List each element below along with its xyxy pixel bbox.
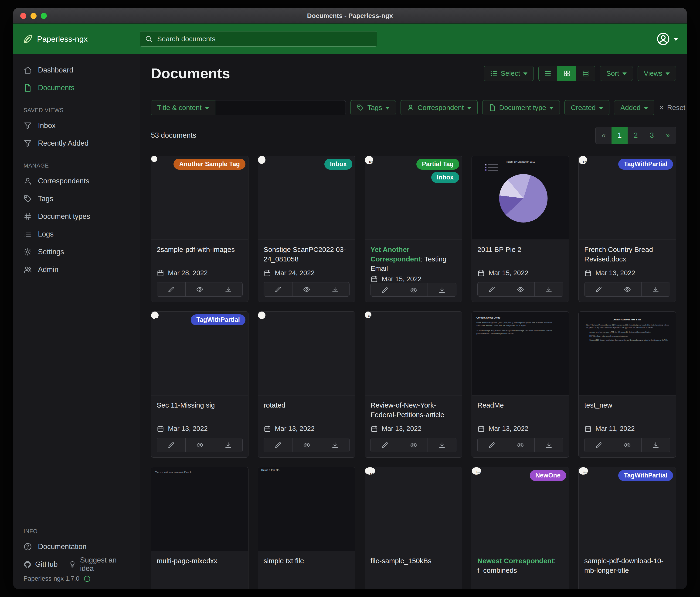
- document-thumbnail[interactable]: Contact Sheet Demo Given a set of image …: [472, 312, 569, 396]
- tag-badge[interactable]: TagWithPartial: [618, 470, 673, 481]
- close-button[interactable]: [20, 13, 26, 19]
- download-button[interactable]: [321, 438, 349, 452]
- view-button[interactable]: [185, 282, 214, 296]
- tag-badge[interactable]: Inbox: [324, 159, 352, 170]
- document-thumbnail[interactable]: This is a test file.: [258, 467, 355, 551]
- pagination-next[interactable]: »: [660, 127, 676, 144]
- views-button[interactable]: Views: [638, 66, 676, 81]
- sort-button[interactable]: Sort: [600, 66, 633, 81]
- download-button[interactable]: [428, 283, 456, 297]
- sidebar-item-admin[interactable]: Admin: [13, 261, 140, 279]
- document-title[interactable]: Sec 11-Missing sig: [157, 401, 243, 423]
- sidebar-item-github[interactable]: GitHub: [24, 555, 57, 573]
- pagination-page-1[interactable]: 1: [611, 127, 628, 144]
- download-button[interactable]: [321, 282, 349, 296]
- document-title[interactable]: sample-pdf-download-10-mb-longer-title: [584, 556, 670, 579]
- sidebar-item-documents[interactable]: Documents: [13, 79, 140, 97]
- document-type-filter-button[interactable]: Document type: [482, 100, 560, 115]
- edit-button[interactable]: [478, 438, 506, 452]
- added-filter-button[interactable]: Added: [614, 100, 654, 115]
- edit-button[interactable]: [584, 438, 613, 452]
- sidebar-item-settings[interactable]: Settings: [13, 243, 140, 261]
- view-details-button[interactable]: [576, 66, 595, 81]
- view-button[interactable]: [506, 282, 535, 296]
- pagination-page-2[interactable]: 2: [628, 127, 644, 144]
- edit-button[interactable]: [371, 283, 399, 297]
- sidebar-item-tags[interactable]: Tags: [13, 190, 140, 208]
- correspondent-filter-button[interactable]: Correspondent: [401, 100, 477, 115]
- sidebar-item-recently-added[interactable]: Recently Added: [13, 135, 140, 152]
- document-thumbnail[interactable]: Aliquam at interdum arcu, rutrum neque u…: [579, 467, 676, 551]
- brand[interactable]: Paperless-ngx: [22, 33, 140, 44]
- sidebar-item-dashboard[interactable]: Dashboard: [13, 61, 140, 79]
- document-title[interactable]: Review-of-New-York-Federal-Petitions-art…: [371, 401, 456, 423]
- document-thumbnail[interactable]: Patient BP Distribution 2011: [472, 156, 569, 240]
- reset-filters-button[interactable]: × Reset filters: [659, 103, 687, 112]
- pagination-prev[interactable]: «: [596, 127, 612, 144]
- created-filter-button[interactable]: Created: [565, 100, 609, 115]
- sidebar-item-correspondents[interactable]: Correspondents: [13, 172, 140, 190]
- tag-badge[interactable]: NewOne: [530, 470, 566, 481]
- sidebar-item-document-types[interactable]: Document types: [13, 208, 140, 225]
- user-menu[interactable]: [656, 32, 678, 46]
- sidebar-item-inbox[interactable]: Inbox: [13, 117, 140, 135]
- download-button[interactable]: [214, 282, 243, 296]
- minimize-button[interactable]: [30, 13, 36, 19]
- download-button[interactable]: [641, 438, 670, 452]
- search-input[interactable]: [140, 31, 377, 47]
- document-title[interactable]: French Country Bread Revised.docx: [584, 245, 670, 267]
- document-title[interactable]: simple txt file: [264, 556, 350, 579]
- title-content-filter-input[interactable]: [216, 100, 346, 115]
- document-title[interactable]: rotated: [264, 401, 350, 423]
- tag-badge[interactable]: Inbox: [431, 172, 459, 183]
- document-thumbnail[interactable]: This is a multi page document. Page 1.: [151, 467, 248, 551]
- document-thumbnail[interactable]: Adobe Acrobat PDF Files Adobe® Portable …: [579, 312, 676, 396]
- tag-badge[interactable]: Another Sample Tag: [174, 159, 246, 170]
- view-button[interactable]: [399, 283, 428, 297]
- document-title[interactable]: Yet Another Correspondent: Testing Email: [371, 245, 456, 273]
- select-button[interactable]: Select: [484, 66, 534, 81]
- view-button[interactable]: [185, 438, 214, 452]
- download-button[interactable]: [214, 438, 243, 452]
- document-thumbnail[interactable]: Lorem ipsum Lorem ipsum dolor sit amet, …: [365, 467, 462, 551]
- download-button[interactable]: [534, 438, 563, 452]
- sidebar-item-documentation[interactable]: Documentation: [13, 538, 140, 555]
- sidebar-item-suggest-idea[interactable]: Suggest an idea: [69, 555, 130, 573]
- view-list-button[interactable]: [539, 66, 557, 81]
- document-thumbnail[interactable]: This is a test for the double space char…: [258, 156, 355, 240]
- document-title[interactable]: Sonstige ScanPC2022 03-24_081058: [264, 245, 350, 267]
- view-button[interactable]: [506, 438, 535, 452]
- document-title[interactable]: 2011 BP Pie 2: [477, 245, 563, 267]
- view-button[interactable]: [292, 282, 321, 296]
- document-title[interactable]: file-sample_150kBs: [371, 556, 456, 579]
- document-title[interactable]: ReadMe: [477, 401, 563, 423]
- tags-filter-button[interactable]: Tags: [350, 100, 396, 115]
- document-title[interactable]: 2sample-pdf-with-images: [157, 245, 243, 267]
- zoom-button[interactable]: [41, 13, 47, 19]
- title-content-filter-button[interactable]: Title & content: [151, 100, 216, 115]
- tag-badge[interactable]: TagWithPartial: [191, 314, 246, 325]
- document-title[interactable]: multi-page-mixedxx: [157, 556, 243, 579]
- download-button[interactable]: [534, 282, 563, 296]
- view-button[interactable]: [613, 438, 642, 452]
- document-thumbnail[interactable]: This is the text that appears on the fir…: [258, 312, 355, 396]
- document-thumbnail[interactable]: Lorem ipsum dolor sit amet, consectetur …: [151, 156, 248, 240]
- view-button[interactable]: [399, 438, 428, 452]
- edit-button[interactable]: [264, 282, 292, 296]
- view-grid-button[interactable]: [557, 66, 576, 81]
- edit-button[interactable]: [264, 438, 292, 452]
- edit-button[interactable]: [371, 438, 399, 452]
- view-button[interactable]: [292, 438, 321, 452]
- download-button[interactable]: [428, 438, 456, 452]
- document-thumbnail[interactable]: French Country Bread For the Leaven: Lor…: [579, 156, 676, 240]
- document-thumbnail[interactable]: Review of New York Federal Petitions for…: [365, 312, 462, 396]
- edit-button[interactable]: [584, 282, 613, 296]
- edit-button[interactable]: [157, 282, 185, 296]
- document-title[interactable]: test_new: [584, 401, 670, 423]
- sidebar-item-logs[interactable]: Logs: [13, 225, 140, 243]
- edit-button[interactable]: [478, 282, 506, 296]
- pagination-page-3[interactable]: 3: [644, 127, 660, 144]
- document-title[interactable]: Newest Correspondent: f_combineds: [477, 556, 563, 579]
- document-thumbnail[interactable]: Lorem ipsum dolor sit amet, consectetur …: [472, 467, 569, 551]
- tag-badge[interactable]: TagWithPartial: [618, 159, 673, 170]
